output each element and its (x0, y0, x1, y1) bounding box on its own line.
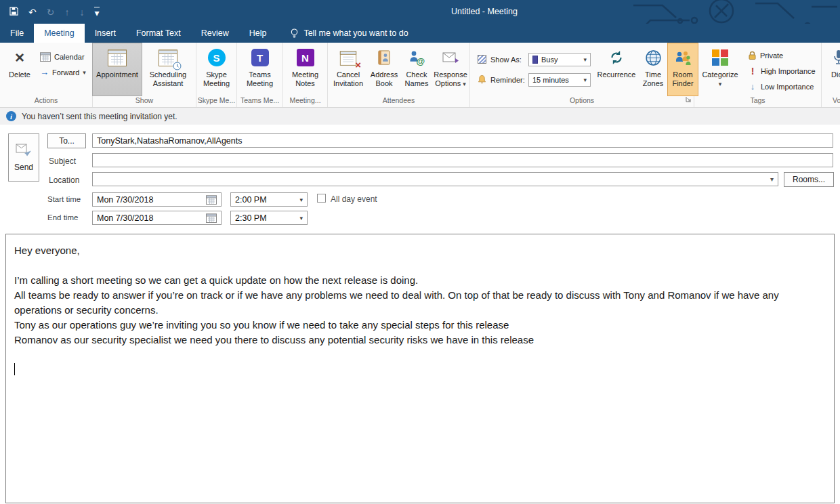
teams-icon: T (251, 49, 269, 66)
group-label-voice: Voice (822, 96, 840, 107)
group-label-skype: Skype Me... (196, 96, 236, 107)
low-importance-label: Low Importance (761, 83, 814, 91)
end-date-value: Mon 7/30/2018 (97, 213, 153, 223)
start-time-field[interactable]: 2:00 PM ▾ (230, 192, 308, 207)
show-as-select[interactable]: Busy ▾ (528, 53, 591, 66)
group-label-show: Show (93, 96, 196, 107)
subject-label: Subject (49, 156, 76, 166)
reminder-label: Reminder: (488, 76, 528, 84)
date-picker-icon[interactable] (206, 213, 217, 223)
high-importance-icon: ! (748, 66, 757, 77)
date-picker-icon[interactable] (206, 195, 217, 205)
body-paragraph: Hey everyone, (14, 243, 826, 258)
options-dialog-launcher[interactable] (686, 93, 692, 105)
skype-meeting-button[interactable]: S Skype Meeting (198, 43, 236, 96)
tab-format-text[interactable]: Format Text (126, 24, 191, 43)
reminder-row: Reminder: 15 minutes ▾ (476, 72, 591, 87)
time-zones-button[interactable]: Time Zones (638, 43, 668, 96)
categorize-button[interactable]: Categorize▾ (700, 43, 740, 96)
show-as-icon (478, 55, 486, 64)
rooms-button[interactable]: Rooms... (784, 172, 834, 187)
tab-help[interactable]: Help (239, 24, 277, 43)
ribbon-group-actions: × Delete Calendar → Forward ▾ Actions (0, 43, 93, 107)
all-day-label: All day event (331, 194, 377, 204)
location-label: Location (49, 175, 79, 185)
tab-insert[interactable]: Insert (85, 24, 126, 43)
dropdown-caret-icon: ▾ (83, 69, 86, 76)
private-label: Private (760, 51, 783, 60)
lightbulb-icon (290, 28, 299, 39)
recurrence-button[interactable]: Recurrence (595, 43, 638, 96)
body-paragraph: Romanov as our security specialist we ne… (14, 333, 826, 348)
window-title: Untitled - Meeting (0, 0, 840, 24)
reminder-value: 15 minutes (532, 76, 569, 84)
group-label-teams: Teams Me... (237, 96, 282, 107)
body-paragraph: I’m calling a short meeting so we can ge… (14, 273, 826, 288)
clock-icon (173, 62, 182, 70)
low-importance-button[interactable]: ↓ Low Importance (744, 79, 819, 94)
tell-me-label: Tell me what you want to do (303, 28, 408, 38)
cancel-invitation-button[interactable]: × Cancel Invitation (329, 43, 367, 96)
ribbon-tab-bar: File Meeting Insert Format Text Review H… (0, 24, 840, 43)
response-options-button[interactable]: Response Options ▾ (432, 43, 469, 96)
reminder-bell-icon (477, 75, 487, 85)
cancel-x-icon: × (355, 59, 361, 70)
categorize-icon (712, 49, 728, 66)
subject-field[interactable] (92, 153, 833, 167)
calendar-label: Calendar (54, 53, 85, 61)
message-body-text: Hey everyone,I’m calling a short meeting… (14, 243, 826, 348)
to-field[interactable] (92, 133, 833, 148)
titlebar: ↶ ↻ ↑ ↓ ▾ Untitled - Meeting (0, 0, 840, 24)
delete-button[interactable]: × Delete (3, 43, 37, 96)
ribbon-group-voice: Dictate Voice (822, 43, 840, 107)
high-importance-label: High Importance (761, 67, 816, 75)
calendar-button[interactable]: Calendar (37, 49, 89, 64)
high-importance-button[interactable]: ! High Importance (744, 63, 819, 79)
dictate-button[interactable]: Dictate (822, 43, 840, 96)
teams-meeting-button[interactable]: T Teams Meeting (238, 43, 282, 96)
svg-text:@: @ (417, 56, 425, 66)
onenote-icon: N (297, 49, 314, 66)
check-names-button[interactable]: @ Check Names (401, 43, 432, 96)
group-label-attendees: Attendees (328, 96, 469, 107)
text-cursor (14, 363, 15, 375)
start-time-value: 2:00 PM (235, 195, 267, 205)
message-body-area[interactable]: Hey everyone,I’m calling a short meeting… (5, 234, 835, 503)
meeting-notes-button[interactable]: N Meeting Notes (285, 43, 327, 96)
all-day-checkbox[interactable] (317, 194, 326, 203)
recurrence-icon (608, 49, 625, 66)
low-importance-icon: ↓ (748, 81, 757, 91)
ribbon-group-meeting-notes: N Meeting Notes Meeting... (283, 43, 328, 107)
show-as-label: Show As: (488, 56, 528, 64)
appointment-button[interactable]: Appointment (93, 43, 142, 96)
calendar-icon (40, 52, 51, 62)
skype-icon: S (208, 49, 226, 66)
tab-review[interactable]: Review (191, 24, 239, 43)
dialog-launcher-icon (686, 96, 692, 102)
tab-file[interactable]: File (0, 24, 34, 43)
location-field[interactable]: ▾ (92, 172, 778, 186)
forward-button[interactable]: → Forward ▾ (37, 64, 89, 80)
start-date-field[interactable]: Mon 7/30/2018 (92, 192, 222, 207)
infobar: i You haven’t sent this meeting invitati… (0, 108, 840, 125)
info-icon: i (6, 111, 16, 121)
private-button[interactable]: Private (744, 47, 819, 63)
meeting-form: Send To... Subject Location ▾ Rooms... S… (0, 125, 840, 234)
ribbon-group-teams: T Teams Meeting Teams Me... (237, 43, 283, 107)
scheduling-assistant-button[interactable]: Scheduling Assistant (142, 43, 194, 96)
group-label-meeting-notes: Meeting... (283, 96, 327, 107)
end-date-field[interactable]: Mon 7/30/2018 (92, 211, 222, 225)
tab-meeting[interactable]: Meeting (34, 24, 84, 43)
address-book-button[interactable]: Address Book (367, 43, 401, 96)
tell-me-box[interactable]: Tell me what you want to do (280, 24, 417, 43)
reminder-select[interactable]: 15 minutes ▾ (528, 73, 591, 87)
send-button[interactable]: Send (8, 133, 39, 182)
ribbon-group-skype: S Skype Meeting Skype Me... (196, 43, 237, 107)
end-time-field[interactable]: 2:30 PM ▾ (230, 211, 308, 225)
show-as-row: Show As: Busy ▾ (476, 52, 591, 66)
to-button[interactable]: To... (47, 133, 86, 148)
room-finder-button[interactable]: Room Finder (668, 43, 698, 96)
group-label-options: Options (470, 96, 694, 107)
dropdown-caret-icon: ▾ (299, 215, 303, 222)
check-names-icon: @ (408, 49, 425, 66)
